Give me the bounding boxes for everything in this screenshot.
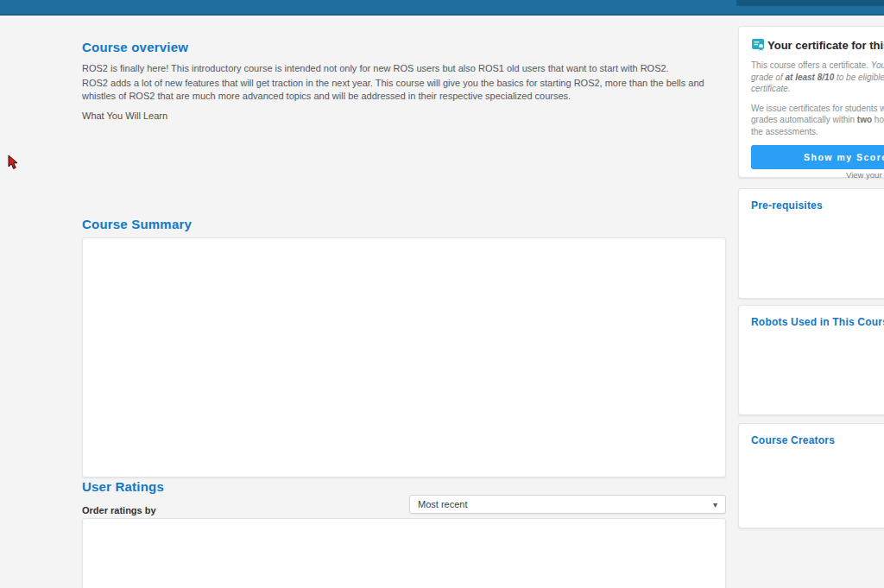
- course-overview-section: Course overview ROS2 is finally here! Th…: [82, 40, 726, 103]
- prerequisites-title: Pre-requisites: [751, 199, 884, 212]
- overview-paragraph-1: ROS2 is finally here! This introductory …: [82, 62, 726, 75]
- certificate-card: Your certificate for this course This co…: [738, 26, 884, 178]
- order-ratings-row: Order ratings by Most recent ▾: [82, 495, 726, 514]
- course-summary-accordion: [82, 237, 726, 477]
- robots-card: Robots Used in This Course: [738, 305, 884, 415]
- robots-title: Robots Used in This Course: [751, 316, 884, 328]
- overview-paragraph-2: ROS2 adds a lot of new features that wil…: [82, 77, 726, 103]
- prerequisites-card: Pre-requisites: [738, 188, 884, 299]
- certificate-paragraph-2: We issue certificates for students with …: [751, 103, 884, 138]
- order-ratings-label: Order ratings by: [82, 505, 156, 515]
- learn-title: What You Will Learn: [82, 111, 726, 121]
- certificate-card-title: Your certificate for this course: [751, 38, 884, 52]
- what-you-will-learn-section: What You Will Learn: [82, 111, 726, 125]
- top-navigation-bar: [0, 0, 884, 16]
- topbar-dark-segment: [736, 0, 884, 6]
- view-certificates-link[interactable]: View your certificates: [846, 170, 884, 180]
- user-ratings-title: User Ratings: [82, 479, 164, 494]
- show-my-scores-button[interactable]: Show my Scores!: [751, 145, 884, 169]
- ratings-list-card: [82, 518, 726, 588]
- certificate-paragraph-1: This course offers a certificate. You mu…: [751, 60, 884, 95]
- course-overview-title: Course overview: [82, 40, 726, 54]
- mouse-cursor-icon: [8, 155, 19, 170]
- course-creators-title: Course Creators: [751, 434, 884, 446]
- certificate-icon: [751, 38, 765, 52]
- order-ratings-value: Most recent: [418, 499, 467, 509]
- course-creators-card: Course Creators: [738, 423, 884, 528]
- certificate-title-text: Your certificate for this course: [767, 39, 884, 52]
- order-ratings-select[interactable]: Most recent ▾: [409, 495, 726, 514]
- select-caret-icon: ▾: [713, 500, 717, 509]
- course-summary-title: Course Summary: [82, 217, 192, 231]
